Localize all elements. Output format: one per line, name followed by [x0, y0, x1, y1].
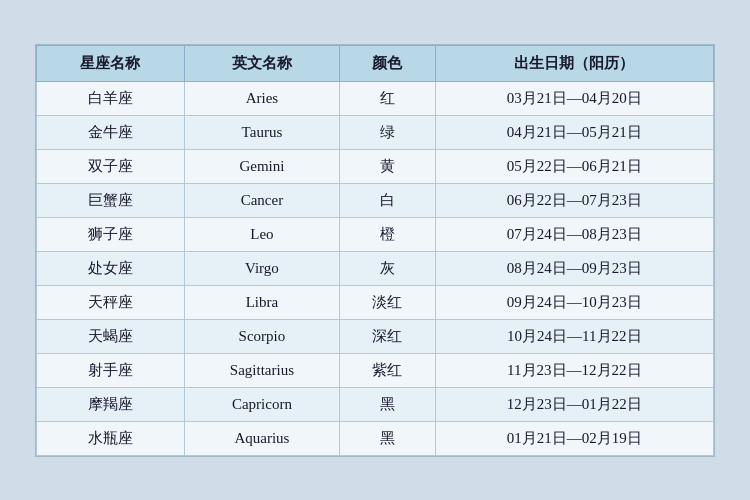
cell-r5-c0: 处女座	[37, 251, 185, 285]
cell-r0-c1: Aries	[184, 81, 339, 115]
zodiac-table: 星座名称英文名称颜色出生日期（阳历） 白羊座Aries红03月21日—04月20…	[36, 45, 714, 456]
table-row: 天秤座Libra淡红09月24日—10月23日	[37, 285, 714, 319]
cell-r7-c1: Scorpio	[184, 319, 339, 353]
table-header-row: 星座名称英文名称颜色出生日期（阳历）	[37, 45, 714, 81]
header-col-1: 英文名称	[184, 45, 339, 81]
cell-r10-c0: 水瓶座	[37, 421, 185, 455]
cell-r0-c2: 红	[339, 81, 435, 115]
table-row: 水瓶座Aquarius黑01月21日—02月19日	[37, 421, 714, 455]
cell-r10-c3: 01月21日—02月19日	[435, 421, 713, 455]
table-row: 处女座Virgo灰08月24日—09月23日	[37, 251, 714, 285]
cell-r2-c0: 双子座	[37, 149, 185, 183]
cell-r1-c0: 金牛座	[37, 115, 185, 149]
cell-r1-c1: Taurus	[184, 115, 339, 149]
cell-r8-c1: Sagittarius	[184, 353, 339, 387]
zodiac-table-container: 星座名称英文名称颜色出生日期（阳历） 白羊座Aries红03月21日—04月20…	[35, 44, 715, 457]
cell-r8-c0: 射手座	[37, 353, 185, 387]
cell-r2-c1: Gemini	[184, 149, 339, 183]
table-body: 白羊座Aries红03月21日—04月20日金牛座Taurus绿04月21日—0…	[37, 81, 714, 455]
cell-r4-c0: 狮子座	[37, 217, 185, 251]
cell-r3-c2: 白	[339, 183, 435, 217]
cell-r3-c1: Cancer	[184, 183, 339, 217]
cell-r9-c1: Capricorn	[184, 387, 339, 421]
cell-r9-c3: 12月23日—01月22日	[435, 387, 713, 421]
cell-r5-c1: Virgo	[184, 251, 339, 285]
cell-r10-c2: 黑	[339, 421, 435, 455]
header-col-2: 颜色	[339, 45, 435, 81]
table-row: 狮子座Leo橙07月24日—08月23日	[37, 217, 714, 251]
cell-r9-c0: 摩羯座	[37, 387, 185, 421]
cell-r10-c1: Aquarius	[184, 421, 339, 455]
cell-r4-c2: 橙	[339, 217, 435, 251]
cell-r8-c3: 11月23日—12月22日	[435, 353, 713, 387]
table-row: 金牛座Taurus绿04月21日—05月21日	[37, 115, 714, 149]
table-row: 摩羯座Capricorn黑12月23日—01月22日	[37, 387, 714, 421]
cell-r8-c2: 紫红	[339, 353, 435, 387]
table-row: 射手座Sagittarius紫红11月23日—12月22日	[37, 353, 714, 387]
header-col-0: 星座名称	[37, 45, 185, 81]
cell-r1-c2: 绿	[339, 115, 435, 149]
cell-r6-c3: 09月24日—10月23日	[435, 285, 713, 319]
cell-r9-c2: 黑	[339, 387, 435, 421]
table-row: 天蝎座Scorpio深红10月24日—11月22日	[37, 319, 714, 353]
cell-r7-c3: 10月24日—11月22日	[435, 319, 713, 353]
cell-r7-c2: 深红	[339, 319, 435, 353]
cell-r6-c1: Libra	[184, 285, 339, 319]
cell-r2-c3: 05月22日—06月21日	[435, 149, 713, 183]
cell-r0-c0: 白羊座	[37, 81, 185, 115]
table-row: 巨蟹座Cancer白06月22日—07月23日	[37, 183, 714, 217]
cell-r3-c0: 巨蟹座	[37, 183, 185, 217]
cell-r6-c2: 淡红	[339, 285, 435, 319]
cell-r4-c3: 07月24日—08月23日	[435, 217, 713, 251]
cell-r2-c2: 黄	[339, 149, 435, 183]
table-row: 双子座Gemini黄05月22日—06月21日	[37, 149, 714, 183]
cell-r5-c2: 灰	[339, 251, 435, 285]
cell-r6-c0: 天秤座	[37, 285, 185, 319]
cell-r3-c3: 06月22日—07月23日	[435, 183, 713, 217]
cell-r4-c1: Leo	[184, 217, 339, 251]
cell-r1-c3: 04月21日—05月21日	[435, 115, 713, 149]
cell-r0-c3: 03月21日—04月20日	[435, 81, 713, 115]
header-col-3: 出生日期（阳历）	[435, 45, 713, 81]
cell-r5-c3: 08月24日—09月23日	[435, 251, 713, 285]
table-row: 白羊座Aries红03月21日—04月20日	[37, 81, 714, 115]
cell-r7-c0: 天蝎座	[37, 319, 185, 353]
